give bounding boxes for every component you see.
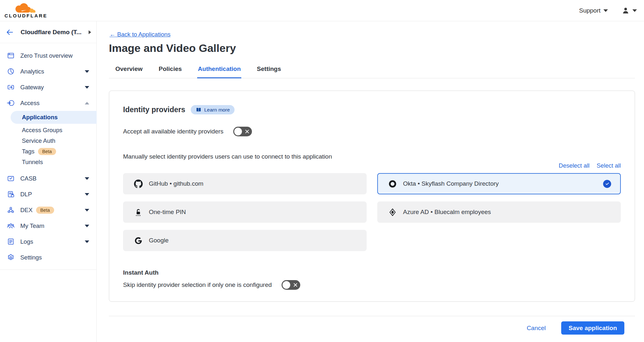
page-title: Image and Video Gallery (109, 42, 644, 54)
sidebar-item-label: Logs (20, 238, 33, 245)
sidebar-item-service-auth[interactable]: Service Auth (0, 135, 96, 146)
sidebar-item-label: Zero Trust overview (20, 52, 72, 59)
sidebar-item-gateway[interactable]: Gateway (0, 79, 96, 95)
tab-authentication[interactable]: Authentication (197, 64, 241, 78)
one-time-pin-icon (134, 208, 143, 217)
cloudflare-cloud-icon (8, 3, 44, 14)
sidebar-item-label: CASB (20, 175, 36, 182)
casb-box-check-icon (6, 174, 15, 183)
sidebar-item-access-groups[interactable]: Access Groups (0, 125, 96, 135)
sidebar-item-label: Gateway (20, 84, 44, 91)
document-lines-icon (6, 238, 15, 246)
sidebar-item-label: Access Groups (22, 127, 62, 134)
chevron-down-icon (603, 9, 608, 12)
github-icon (134, 179, 143, 188)
back-arrow-icon[interactable] (6, 28, 14, 36)
accept-all-toggle[interactable] (233, 127, 252, 136)
deselect-all-link[interactable]: Deselect all (559, 162, 590, 169)
account-switcher[interactable]: Cloudflare Demo (T... (0, 21, 96, 43)
sidebar-item-label: Analytics (20, 68, 44, 75)
footer-divider (109, 316, 635, 316)
toggle-knob (283, 281, 290, 289)
sidebar-item-label: DLP (20, 191, 32, 198)
provider-azure-ad[interactable]: Azure AD • Bluecalm employees (377, 201, 621, 223)
back-to-applications-link[interactable]: ← Back to Applications (110, 31, 170, 38)
chevron-right-icon (89, 30, 91, 34)
sidebar-item-casb[interactable]: CASB (0, 171, 96, 186)
tab-policies[interactable]: Policies (158, 64, 183, 78)
top-bar: CLOUDFLARE Support (0, 0, 644, 21)
chevron-down-icon (632, 9, 637, 12)
sidebar-item-label: Tags (22, 148, 34, 155)
pie-chart-icon (6, 67, 15, 76)
sidebar-item-tags[interactable]: Tags Beta (0, 146, 96, 157)
main-content: ← Back to Applications Image and Video G… (97, 21, 644, 342)
provider-name: One-time PIN (149, 209, 186, 216)
sidebar-item-label: Access (20, 100, 40, 107)
sidebar: Cloudflare Demo (T... Zero Trust overvie… (0, 21, 97, 342)
user-icon (621, 6, 630, 15)
instant-auth-label: Skip identity provider selection if only… (123, 281, 272, 288)
sidebar-item-zero-trust-overview[interactable]: Zero Trust overview (0, 48, 96, 64)
tab-bar: Overview Policies Authentication Setting… (109, 64, 635, 78)
provider-one-time-pin[interactable]: One-time PIN (123, 201, 367, 223)
sidebar-item-label: Tunnels (22, 159, 43, 166)
chevron-down-icon (85, 240, 89, 243)
provider-okta[interactable]: Okta • Skyflash Company Directory (377, 173, 621, 194)
gear-icon (6, 253, 15, 262)
chevron-down-icon (85, 209, 89, 211)
provider-name: Google (149, 237, 168, 244)
accept-all-label: Accept all available identity providers (123, 128, 224, 135)
toggle-knob (234, 128, 242, 135)
save-application-button[interactable]: Save application (561, 321, 624, 335)
learn-more-label: Learn more (204, 107, 230, 113)
sidebar-item-label: My Team (20, 222, 44, 230)
support-menu[interactable]: Support (579, 7, 608, 14)
book-icon (196, 107, 202, 113)
account-name: Cloudflare Demo (T... (21, 29, 82, 36)
cancel-button[interactable]: Cancel (527, 325, 546, 332)
sidebar-item-dex[interactable]: DEX Beta (0, 202, 96, 218)
chevron-down-icon (85, 70, 89, 73)
chevron-down-icon (85, 193, 89, 196)
sidebar-item-label: Applications (22, 114, 58, 121)
sidebar-item-access[interactable]: Access (0, 95, 96, 111)
select-all-link[interactable]: Select all (597, 162, 621, 169)
chevron-down-icon (85, 177, 89, 180)
sidebar-item-my-team[interactable]: My Team (0, 218, 96, 234)
cloudflare-logo: CLOUDFLARE (5, 3, 47, 18)
sidebar-item-tunnels[interactable]: Tunnels (0, 157, 96, 167)
toggle-x-icon (245, 129, 249, 134)
sidebar-item-dlp[interactable]: DLP (0, 186, 96, 202)
google-icon (134, 236, 143, 245)
support-label: Support (579, 7, 601, 14)
sidebar-item-analytics[interactable]: Analytics (0, 64, 96, 79)
chevron-down-icon (85, 86, 89, 89)
user-menu[interactable] (621, 6, 637, 15)
sidebar-item-label: Service Auth (22, 137, 55, 144)
window-icon (6, 52, 15, 60)
provider-google[interactable]: Google (123, 230, 367, 251)
provider-name: Okta • Skyflash Company Directory (403, 180, 499, 187)
people-icon (6, 222, 15, 230)
sidebar-item-label: DEX (20, 207, 33, 214)
learn-more-badge[interactable]: Learn more (191, 105, 235, 114)
identity-providers-card: Identity providers Learn more Accept all… (109, 91, 635, 302)
azure-ad-icon (388, 208, 397, 217)
sidebar-divider (0, 269, 96, 270)
identity-providers-heading: Identity providers (123, 105, 185, 114)
okta-icon (388, 179, 397, 188)
sidebar-item-settings[interactable]: Settings (0, 249, 96, 265)
footer-actions: Cancel Save application (97, 321, 624, 335)
sidebar-item-applications[interactable]: Applications (11, 111, 97, 124)
instant-auth-toggle[interactable] (282, 280, 300, 290)
manual-select-text: Manually select identity providers users… (123, 153, 621, 160)
tab-settings[interactable]: Settings (256, 64, 282, 78)
sidebar-item-logs[interactable]: Logs (0, 234, 96, 249)
instant-auth-heading: Instant Auth (123, 269, 621, 276)
selected-check-icon (603, 180, 611, 188)
provider-github[interactable]: GitHub • github.com (123, 173, 367, 194)
provider-name: Azure AD • Bluecalm employees (403, 209, 491, 216)
tab-overview[interactable]: Overview (115, 64, 143, 78)
beta-badge: Beta (38, 148, 56, 155)
